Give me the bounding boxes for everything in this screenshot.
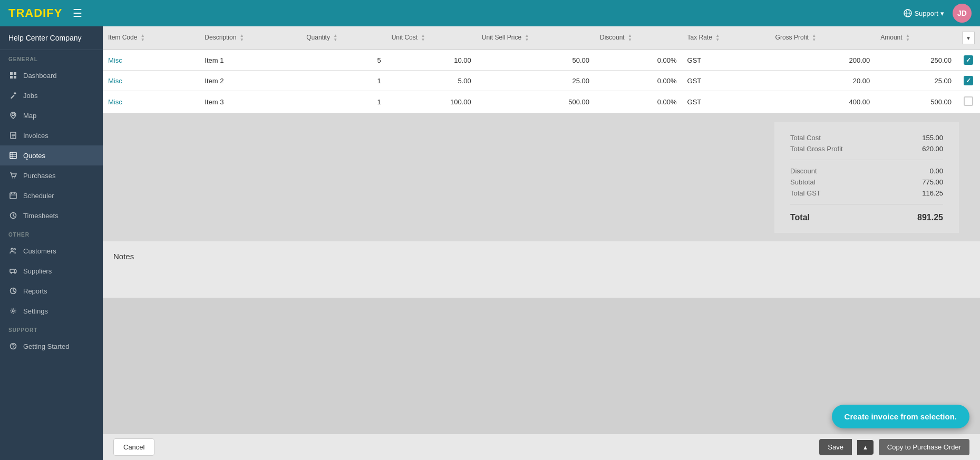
sidebar-item-jobs[interactable]: Jobs bbox=[0, 85, 103, 105]
main-layout: Help Center Company GENERAL Dashboard Jo… bbox=[0, 26, 980, 460]
col-header-unit-cost[interactable]: Unit Cost ▲▼ bbox=[386, 26, 477, 50]
totals-wrapper: Total Cost 155.00 Total Gross Profit 620… bbox=[103, 113, 980, 241]
col-header-amount[interactable]: Amount ▲▼ bbox=[875, 26, 957, 50]
sidebar-item-settings[interactable]: Settings bbox=[0, 301, 103, 321]
sidebar-label-invoices: Invoices bbox=[23, 132, 48, 140]
cell-quantity: 1 bbox=[301, 91, 386, 113]
cell-checkbox[interactable]: ✓ bbox=[957, 71, 980, 91]
cell-item-code: Misc bbox=[103, 71, 199, 91]
save-dropdown-button[interactable]: ▲ bbox=[857, 440, 874, 455]
app-logo: TRADIFY bbox=[8, 6, 62, 20]
support-button[interactable]: Support ▾ bbox=[904, 9, 944, 17]
file-text-icon bbox=[8, 131, 18, 140]
cell-unit-sell-price: 50.00 bbox=[477, 50, 595, 71]
sidebar-item-reports[interactable]: Reports bbox=[0, 281, 103, 301]
total-gst-label: Total GST bbox=[790, 189, 821, 197]
cell-description: Item 2 bbox=[199, 71, 301, 91]
grid-icon bbox=[8, 71, 18, 80]
col-header-gross-profit[interactable]: Gross Profit ▲▼ bbox=[770, 26, 876, 50]
sidebar-item-map[interactable]: Map bbox=[0, 105, 103, 125]
sidebar-item-getting-started[interactable]: Getting Started bbox=[0, 336, 103, 356]
map-pin-icon bbox=[8, 111, 18, 120]
sidebar-item-purchases[interactable]: Purchases bbox=[0, 165, 103, 185]
col-header-tax-rate[interactable]: Tax Rate ▲▼ bbox=[682, 26, 770, 50]
svg-rect-25 bbox=[10, 269, 14, 272]
sidebar-label-purchases: Purchases bbox=[23, 172, 55, 180]
discount-value: 0.00 bbox=[901, 167, 943, 175]
col-header-unit-sell-price[interactable]: Unit Sell Price ▲▼ bbox=[477, 26, 595, 50]
sidebar-item-timesheets[interactable]: Timesheets bbox=[0, 205, 103, 226]
cell-unit-cost: 100.00 bbox=[386, 91, 477, 113]
sidebar-item-customers[interactable]: Customers bbox=[0, 241, 103, 261]
col-header-discount[interactable]: Discount ▲▼ bbox=[595, 26, 682, 50]
sidebar-item-scheduler[interactable]: Scheduler bbox=[0, 185, 103, 205]
notes-label: Notes bbox=[113, 252, 969, 261]
sidebar-item-suppliers[interactable]: Suppliers bbox=[0, 261, 103, 281]
support-dropdown-arrow: ▾ bbox=[940, 9, 944, 17]
total-gst-row: Total GST 116.25 bbox=[790, 188, 943, 199]
item-code-link[interactable]: Misc bbox=[108, 98, 122, 106]
logo-prefix: TRADI bbox=[8, 6, 46, 19]
calendar-icon bbox=[8, 191, 18, 200]
svg-point-23 bbox=[11, 248, 13, 250]
sidebar-item-invoices[interactable]: Invoices bbox=[0, 125, 103, 145]
col-header-quantity[interactable]: Quantity ▲▼ bbox=[301, 26, 386, 50]
col-header-description[interactable]: Description ▲▼ bbox=[199, 26, 301, 50]
items-table: Item Code ▲▼ Description ▲▼ Quantity ▲▼ bbox=[103, 26, 980, 113]
svg-rect-3 bbox=[10, 72, 13, 75]
column-dropdown-arrow[interactable]: ▼ bbox=[962, 32, 975, 44]
create-invoice-button[interactable]: Create invoice from selection. bbox=[832, 405, 969, 428]
row-checkbox-unchecked[interactable] bbox=[964, 96, 973, 106]
table-row: Misc Item 1 5 10.00 50.00 0.00% GST 200.… bbox=[103, 50, 980, 71]
save-button[interactable]: Save bbox=[819, 439, 852, 455]
row-checkbox-checked[interactable]: ✓ bbox=[964, 55, 973, 65]
discount-row: Discount 0.00 bbox=[790, 165, 943, 177]
svg-point-29 bbox=[12, 310, 14, 312]
total-gross-profit-label: Total Gross Profit bbox=[790, 145, 843, 153]
total-label: Total bbox=[790, 213, 810, 222]
cell-item-code: Misc bbox=[103, 50, 199, 71]
cell-unit-sell-price: 500.00 bbox=[477, 91, 595, 113]
hamburger-menu[interactable]: ☰ bbox=[73, 7, 82, 19]
col-header-item-code[interactable]: Item Code ▲▼ bbox=[103, 26, 199, 50]
cell-unit-cost: 5.00 bbox=[386, 71, 477, 91]
clock-icon bbox=[8, 211, 18, 220]
item-code-link[interactable]: Misc bbox=[108, 77, 122, 85]
sidebar-item-dashboard[interactable]: Dashboard bbox=[0, 65, 103, 85]
logo-suffix: FY bbox=[46, 6, 62, 19]
cell-quantity: 5 bbox=[301, 50, 386, 71]
sidebar-label-timesheets: Timesheets bbox=[23, 212, 59, 220]
sidebar-label-settings: Settings bbox=[23, 307, 48, 315]
total-gst-value: 116.25 bbox=[901, 189, 943, 197]
bottom-bar: Cancel Save ▲ Copy to Purchase Order bbox=[103, 434, 980, 460]
total-cost-value: 155.00 bbox=[901, 134, 943, 142]
copy-purchase-order-button[interactable]: Copy to Purchase Order bbox=[879, 439, 969, 455]
cell-checkbox[interactable] bbox=[957, 91, 980, 113]
company-name: Help Center Company bbox=[0, 26, 103, 50]
cell-gross-profit: 400.00 bbox=[770, 91, 876, 113]
items-table-section: Item Code ▲▼ Description ▲▼ Quantity ▲▼ bbox=[103, 26, 980, 113]
avatar[interactable]: JD bbox=[953, 4, 972, 23]
cell-amount: 500.00 bbox=[875, 91, 957, 113]
users-icon bbox=[8, 246, 18, 256]
cell-tax-rate: GST bbox=[682, 91, 770, 113]
cell-gross-profit: 20.00 bbox=[770, 71, 876, 91]
cell-amount: 250.00 bbox=[875, 50, 957, 71]
cell-checkbox[interactable]: ✓ bbox=[957, 50, 980, 71]
svg-point-17 bbox=[14, 178, 15, 179]
col-header-checkbox: ▼ bbox=[957, 26, 980, 50]
row-checkbox-checked[interactable]: ✓ bbox=[964, 76, 973, 85]
sidebar-item-quotes[interactable]: Quotes bbox=[0, 145, 103, 165]
item-code-link[interactable]: Misc bbox=[108, 56, 122, 64]
circle-icon bbox=[8, 341, 18, 351]
cell-item-code: Misc bbox=[103, 91, 199, 113]
svg-point-7 bbox=[12, 113, 15, 116]
total-gross-profit-value: 620.00 bbox=[901, 145, 943, 153]
table-icon bbox=[8, 151, 18, 160]
sidebar-label-suppliers: Suppliers bbox=[23, 267, 52, 275]
total-row: Total 891.25 bbox=[790, 210, 943, 222]
top-nav: TRADIFY ☰ Support ▾ JD bbox=[0, 0, 980, 26]
sidebar-label-map: Map bbox=[23, 112, 36, 120]
cancel-button[interactable]: Cancel bbox=[113, 438, 154, 456]
svg-point-24 bbox=[14, 249, 16, 250]
